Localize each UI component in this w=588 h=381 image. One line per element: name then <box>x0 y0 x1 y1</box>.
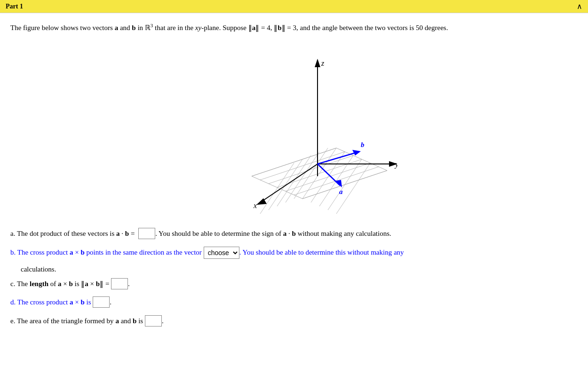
part-d-text: d. The cross product a × b is <box>10 296 93 309</box>
direction-dropdown[interactable]: choose +z -z +x -x +y -y <box>204 247 239 259</box>
part-c-period: . <box>128 278 130 290</box>
part-a-text: . You should be able to determine the si… <box>155 228 391 240</box>
cross-product-input[interactable] <box>93 296 110 308</box>
svg-marker-19 <box>315 59 320 67</box>
vector-a-label: a <box>115 24 119 31</box>
part-b-calculations: calculations. <box>21 265 578 273</box>
part-b-text1: b. The cross product a × b points in the… <box>10 247 204 259</box>
svg-text:b: b <box>361 141 365 148</box>
vector-b-label: b <box>132 24 135 31</box>
svg-line-30 <box>318 164 340 186</box>
part-d-period: . <box>110 296 111 309</box>
svg-text:y: y <box>394 160 397 169</box>
part-e-text: e. The area of the triangle formed by a … <box>10 315 145 327</box>
svg-text:x: x <box>253 202 257 210</box>
part-e-period: . <box>162 315 164 327</box>
svg-text:a: a <box>339 188 343 195</box>
area-input[interactable] <box>145 315 162 327</box>
svg-marker-28 <box>352 150 361 156</box>
dot-product-input[interactable] <box>138 228 155 239</box>
qa-item-a: a. The dot product of these vectors is a… <box>10 228 578 240</box>
main-content: The figure below shows two vectors a and… <box>0 13 588 343</box>
chevron-up-icon[interactable]: ∧ <box>577 2 582 11</box>
top-bar: Part 1 ∧ <box>0 0 588 13</box>
part-b-text2: . You should be able to determine this w… <box>239 247 404 259</box>
part-label: Part 1 <box>6 3 23 10</box>
svg-text:z: z <box>321 59 325 67</box>
length-input[interactable] <box>111 278 128 289</box>
problem-statement: The figure below shows two vectors a and… <box>10 22 578 33</box>
axes-diagram: z y x b a <box>191 40 397 218</box>
figure-container: z y x b a <box>10 40 578 218</box>
qa-item-d: d. The cross product a × b is . <box>10 296 578 309</box>
svg-marker-31 <box>335 180 342 187</box>
qa-item-c: c. The length of a × b is ‖a × b‖ = . <box>10 278 578 290</box>
qa-section: a. The dot product of these vectors is a… <box>10 228 578 327</box>
svg-line-7 <box>302 148 336 199</box>
qa-item-e: e. The area of the triangle formed by a … <box>10 315 578 327</box>
qa-item-b: b. The cross product a × b points in the… <box>10 247 578 259</box>
part-a-label: a. The dot product of these vectors is a… <box>10 228 136 240</box>
part-c-text: c. The length of a × b is ‖a × b‖ = <box>10 278 111 290</box>
